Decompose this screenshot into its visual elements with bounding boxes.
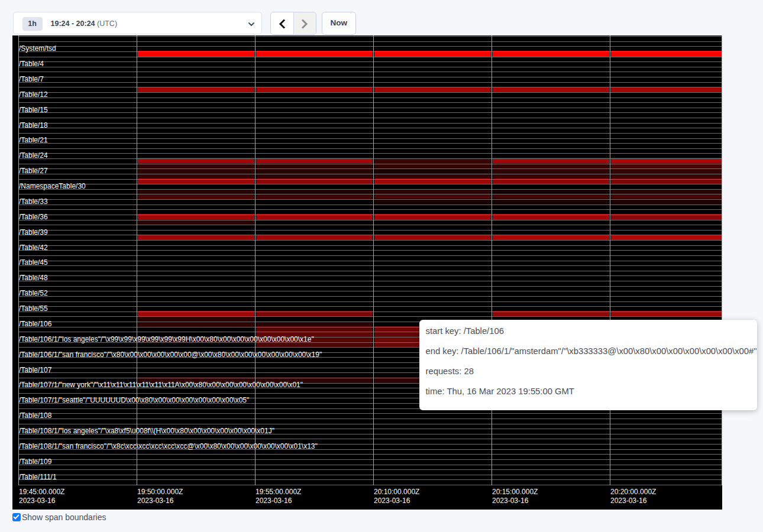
- svg-text:/NamespaceTable/30: /NamespaceTable/30: [19, 182, 86, 190]
- svg-text:/Table/27: /Table/27: [19, 167, 48, 175]
- svg-text:19:50:00.000Z: 19:50:00.000Z: [137, 488, 183, 496]
- svg-text:/System/tsd: /System/tsd: [19, 44, 56, 53]
- svg-text:/Table/7: /Table/7: [19, 75, 44, 83]
- svg-text:/Table/55: /Table/55: [19, 304, 48, 313]
- svg-text:/Table/36: /Table/36: [19, 213, 48, 221]
- svg-text:/Table/108/1/"san francisco"/": /Table/108/1/"san francisco"/"\x8c\xcc\x…: [19, 442, 318, 450]
- svg-text:/Table/108: /Table/108: [19, 411, 52, 420]
- svg-text:/Table/21: /Table/21: [19, 136, 48, 144]
- svg-text:/Table/24: /Table/24: [19, 151, 48, 160]
- svg-text:/Table/33: /Table/33: [19, 197, 48, 206]
- svg-text:/Table/48: /Table/48: [19, 274, 48, 282]
- svg-text:/Table/107/1/"new york"/"\x11\: /Table/107/1/"new york"/"\x11\x11\x11\x1…: [19, 381, 303, 389]
- svg-text:2023-03-16: 2023-03-16: [492, 497, 529, 505]
- svg-text:/Table/111/1: /Table/111/1: [19, 473, 57, 481]
- svg-text:20:20:00.000Z: 20:20:00.000Z: [610, 488, 656, 496]
- svg-text:/Table/39: /Table/39: [19, 228, 48, 236]
- svg-text:/Table/108/1/"los angeles"/"\x: /Table/108/1/"los angeles"/"\xa8\xf5\u00…: [19, 427, 274, 435]
- svg-text:/Table/45: /Table/45: [19, 258, 48, 267]
- svg-text:/Table/15: /Table/15: [19, 106, 48, 114]
- svg-text:2023-03-16: 2023-03-16: [374, 497, 410, 505]
- svg-text:2023-03-16: 2023-03-16: [610, 497, 647, 505]
- svg-text:/Table/52: /Table/52: [19, 289, 48, 297]
- svg-text:/Table/42: /Table/42: [19, 244, 48, 252]
- svg-text:/Table/107: /Table/107: [19, 366, 52, 374]
- svg-text:19:55:00.000Z: 19:55:00.000Z: [256, 488, 301, 496]
- svg-text:/Table/106/1/"los angeles"/"\x: /Table/106/1/"los angeles"/"\x99\x99\x99…: [19, 335, 314, 343]
- svg-text:/Table/4: /Table/4: [19, 60, 44, 68]
- svg-text:/Table/106: /Table/106: [19, 320, 52, 328]
- svg-text:2023-03-16: 2023-03-16: [137, 497, 174, 505]
- svg-text:/Table/106/1/"san francisco"/": /Table/106/1/"san francisco"/"\x80\x00\x…: [19, 351, 322, 359]
- svg-text:2023-03-16: 2023-03-16: [256, 497, 292, 505]
- svg-text:20:10:00.000Z: 20:10:00.000Z: [374, 488, 419, 496]
- svg-text:/Table/109: /Table/109: [19, 458, 52, 466]
- svg-text:2023-03-16: 2023-03-16: [19, 497, 56, 505]
- svg-text:/Table/12: /Table/12: [19, 90, 48, 99]
- svg-text:/Table/107/1/"seattle"/"UUUUUU: /Table/107/1/"seattle"/"UUUUUUD\x00\x80\…: [19, 396, 249, 404]
- svg-text:/Table/18: /Table/18: [19, 121, 48, 129]
- svg-text:20:15:00.000Z: 20:15:00.000Z: [492, 488, 538, 496]
- svg-text:19:45:00.000Z: 19:45:00.000Z: [19, 488, 64, 496]
